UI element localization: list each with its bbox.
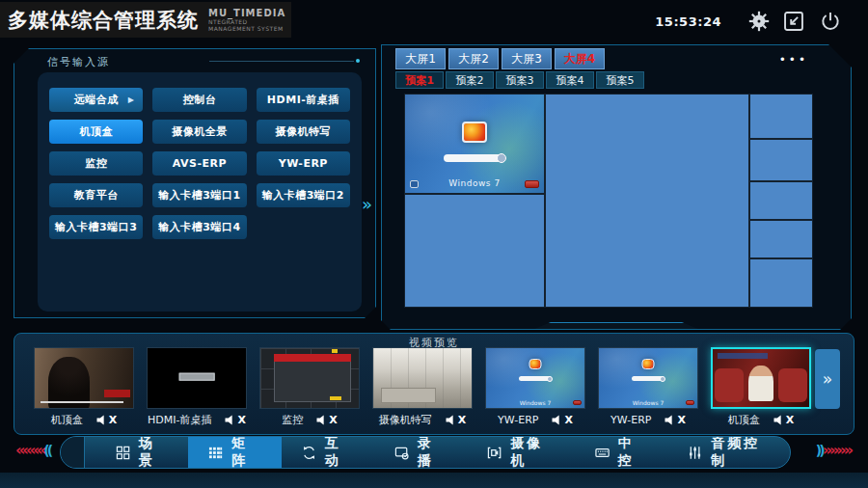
source-button-monitoring[interactable]: 监控 [49, 151, 143, 176]
tab-screen-2[interactable]: 大屏2 [448, 48, 499, 69]
source-button-camera-wide[interactable]: 摄像机全景 [152, 120, 246, 144]
tab-screen-3[interactable]: 大屏3 [502, 48, 552, 69]
preview-item-settop-box-selected[interactable]: 机顶盒 X [711, 347, 811, 430]
video-thumbnail [372, 347, 473, 409]
nav-item-central-control[interactable]: 中控 [575, 437, 667, 468]
video-wall-grid: Windows 7 [404, 94, 813, 308]
wall-cell-empty[interactable] [749, 139, 813, 181]
source-button-avs-erp[interactable]: AVS-ERP [152, 151, 246, 176]
preview-item-settop-box[interactable]: 机顶盒 X [34, 347, 134, 430]
source-button-edu-platform[interactable]: 教育平台 [49, 183, 143, 207]
tab-preset-3[interactable]: 预案3 [496, 71, 544, 89]
tab-preset-5[interactable]: 预案5 [596, 71, 644, 89]
nav-item-scene[interactable]: 场景 [95, 437, 188, 468]
tab-preset-1[interactable]: 预案1 [395, 71, 444, 89]
source-button-yw-erp[interactable]: YW-ERP [257, 151, 350, 176]
nav-item-audio-control[interactable]: 音频控制 [667, 437, 790, 468]
mute-icon[interactable]: X [773, 414, 794, 426]
mute-icon[interactable]: X [96, 414, 117, 426]
preview-item-monitoring[interactable]: 监控 X [259, 347, 360, 430]
thumbnail-label: 监控 [282, 413, 303, 427]
source-button-camera-closeup[interactable]: 摄像机特写 [257, 120, 350, 144]
windows7-login-preview: Windows 7 [405, 95, 544, 193]
preview-item-yw-erp-1[interactable]: Windows 7 YW-ERP X [485, 347, 585, 430]
password-field [632, 376, 665, 381]
video-frame-shape [748, 366, 773, 401]
nav-item-interaction[interactable]: 互动 [282, 437, 374, 468]
nav-item-matrix[interactable]: 矩阵 [188, 437, 281, 468]
wall-cell-empty[interactable] [404, 194, 545, 308]
video-thumbnail: Windows 7 [485, 347, 585, 409]
wall-cell-empty[interactable] [545, 94, 749, 308]
mute-icon[interactable]: X [665, 414, 685, 426]
mute-icon[interactable]: X [552, 414, 572, 426]
screen-layout-panel: 大屏1 大屏2 大屏3 大屏4 预案1 预案2 预案3 预案4 预案5 ••• … [381, 44, 852, 330]
shutdown-button-icon [686, 400, 694, 405]
title-dot [356, 59, 360, 63]
video-frame-shape [332, 349, 338, 353]
windows7-login-preview: Windows 7 [599, 348, 697, 408]
thumbnail-label: HDMI-前桌插 [148, 413, 211, 427]
tab-preset-4[interactable]: 预案4 [546, 71, 594, 89]
source-button-hdmi-desk[interactable]: HDMI-前桌插 [257, 88, 350, 112]
wall-cell-source-preview[interactable]: Windows 7 [404, 94, 545, 194]
video-frame-shape [778, 368, 807, 402]
more-menu-icon[interactable]: ••• [779, 53, 808, 67]
tab-screen-1[interactable]: 大屏1 [395, 48, 446, 69]
nav-item-camera[interactable]: 摄像机 [467, 437, 575, 468]
tab-screen-4[interactable]: 大屏4 [555, 48, 605, 69]
thumbnail-label: 机顶盒 [728, 413, 760, 427]
source-button-console[interactable]: 控制台 [152, 88, 246, 112]
brand-tagline: NTEGRATED MANAGEMENT SYSTEM [208, 18, 291, 32]
screen-tabs: 大屏1 大屏2 大屏3 大屏4 [395, 48, 605, 69]
source-button-slot3-port1[interactable]: 输入卡槽3端口1 [152, 183, 246, 207]
source-button-slot3-port4[interactable]: 输入卡槽3端口4 [152, 215, 246, 239]
wall-cell-empty[interactable] [749, 220, 813, 258]
preview-item-yw-erp-2[interactable]: Windows 7 YW-ERP X [598, 347, 698, 430]
expand-panel-chevron-icon[interactable]: » [362, 194, 372, 214]
video-frame-shape [104, 390, 130, 397]
windows-logo-icon [529, 359, 542, 369]
os-label: Windows 7 [633, 399, 665, 406]
video-frame-shape [715, 368, 744, 402]
video-thumbnail: Windows 7 [598, 347, 698, 409]
signal-source-panel: 信号输入源 远端合成 ▶ 控制台 HDMI-前桌插 机顶盒 摄像机全景 摄像机特… [14, 48, 376, 318]
source-button-settop-box[interactable]: 机顶盒 [49, 120, 143, 144]
minimize-window-icon[interactable] [781, 9, 806, 34]
app-title-block: 多媒体综合管理系统 MU_TIMEDIA NTEGRATED MANAGEMEN… [0, 2, 291, 38]
video-frame-shape [330, 396, 341, 400]
preview-item-hdmi-desk[interactable]: HDMI-前桌插 X [147, 347, 247, 430]
shutdown-button-icon [573, 400, 582, 405]
mute-icon[interactable]: X [446, 414, 466, 426]
source-button-remote-compose[interactable]: 远端合成 ▶ [49, 88, 143, 112]
mute-icon[interactable]: X [316, 414, 337, 426]
wall-cell-empty[interactable] [749, 181, 813, 220]
wall-cell-empty[interactable] [749, 258, 813, 308]
windows-logo-icon [642, 359, 655, 369]
video-thumbnail [147, 347, 247, 409]
video-preview-panel: 视频预览 机顶盒 X HDMI-前桌插 [14, 333, 854, 435]
source-button-label: 远端合成 [74, 93, 119, 107]
wall-cell-empty[interactable] [749, 94, 813, 139]
settings-gear-icon[interactable] [746, 9, 772, 34]
panel-notch-decoration [534, 322, 698, 329]
power-icon[interactable] [818, 9, 843, 34]
login-arrow-icon [497, 153, 506, 163]
mute-icon[interactable]: X [225, 414, 245, 426]
preview-item-camera-closeup[interactable]: 摄像机特写 X [372, 347, 473, 430]
mode-nav-bar: ««««(( 场景 矩阵 互动 [0, 436, 868, 474]
source-button-slot3-port2[interactable]: 输入卡槽3端口2 [257, 183, 350, 207]
source-button-grid: 远端合成 ▶ 控制台 HDMI-前桌插 机顶盒 摄像机全景 摄像机特写 监控 A… [38, 72, 362, 312]
left-chevron-decoration: ««««(( [15, 441, 50, 459]
clock: 15:53:24 [655, 14, 721, 29]
footer-strip [0, 473, 868, 488]
brand-name: MU_TIMEDIA [208, 8, 291, 18]
source-button-slot3-port3[interactable]: 输入卡槽3端口3 [49, 215, 143, 239]
tab-preset-2[interactable]: 预案2 [446, 71, 494, 89]
nav-item-recording[interactable]: 录播 [374, 437, 467, 468]
app-subtitle: MU_TIMEDIA NTEGRATED MANAGEMENT SYSTEM [208, 8, 291, 32]
next-thumbnails-chevron-icon[interactable]: » [815, 349, 840, 409]
windows-logo-icon [462, 122, 487, 143]
video-thumbnail [34, 347, 134, 409]
video-thumbnail [259, 347, 360, 409]
